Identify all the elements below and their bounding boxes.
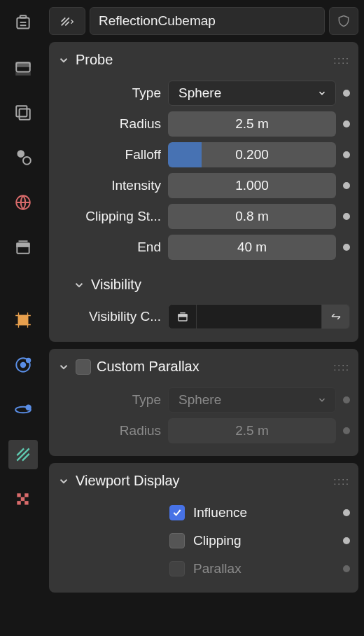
viewport-display-panel: Viewport Display :::: Influence Clipping… (49, 463, 358, 593)
svg-point-19 (26, 406, 31, 410)
anim-keyframe-dot (343, 396, 350, 403)
anim-keyframe-dot[interactable] (343, 213, 350, 220)
visibility-title: Visibility (91, 277, 141, 293)
probe-falloff-field[interactable]: 0.200 (168, 142, 336, 167)
probe-panel-title: Probe (76, 52, 328, 68)
probe-radius-field[interactable]: 2.5 m (168, 111, 336, 137)
svg-rect-1 (20, 15, 27, 18)
chevron-down-icon (57, 361, 70, 373)
datablock-name-input[interactable]: ReflectionCubemap (90, 7, 325, 35)
anim-keyframe-dot (343, 427, 350, 434)
svg-point-17 (27, 359, 30, 362)
anim-keyframe-dot[interactable] (343, 90, 350, 97)
svg-rect-26 (17, 501, 20, 504)
type-label: Type (49, 85, 161, 101)
custom-parallax-header[interactable]: Custom Parallax :::: (49, 356, 358, 385)
intensity-label: Intensity (49, 178, 161, 193)
probe-clip-start-field[interactable]: 0.8 m (168, 204, 336, 229)
tab-world[interactable] (8, 188, 38, 217)
anim-keyframe-dot[interactable] (343, 182, 350, 189)
datablock-type-menu[interactable] (49, 7, 85, 35)
anim-keyframe-dot[interactable] (343, 537, 350, 544)
fake-user-toggle[interactable] (329, 7, 358, 35)
chevron-down-icon (73, 279, 85, 291)
clipping-label: Clipping (193, 533, 335, 548)
tab-texture[interactable] (8, 485, 38, 514)
tab-physics[interactable] (8, 395, 38, 424)
svg-line-29 (62, 18, 66, 22)
falloff-label: Falloff (49, 147, 161, 163)
visibility-subpanel-header[interactable]: Visibility (49, 263, 358, 297)
probe-panel-header[interactable]: Probe :::: (49, 49, 358, 78)
chevron-down-icon (317, 395, 327, 405)
probe-intensity-field[interactable]: 1.000 (168, 173, 336, 198)
custom-parallax-title: Custom Parallax (97, 359, 328, 375)
influence-checkbox[interactable] (169, 505, 185, 520)
tab-object[interactable] (8, 305, 38, 335)
viewport-display-title: Viewport Display (76, 473, 328, 489)
svg-rect-25 (21, 497, 24, 501)
svg-rect-27 (24, 501, 28, 504)
drag-grip-icon[interactable]: :::: (333, 55, 350, 66)
drag-grip-icon[interactable]: :::: (333, 361, 350, 373)
svg-rect-24 (24, 493, 28, 497)
chevron-down-icon (317, 88, 327, 98)
anim-keyframe-dot[interactable] (343, 509, 350, 516)
custom-parallax-panel: Custom Parallax :::: Type Sphere Radius … (49, 349, 358, 456)
tab-render[interactable] (8, 8, 38, 38)
tab-collection[interactable] (8, 233, 38, 262)
svg-rect-23 (17, 493, 20, 497)
probe-clip-end-field[interactable]: 40 m (168, 235, 336, 260)
custom-parallax-checkbox[interactable] (76, 359, 91, 375)
anim-keyframe-dot (343, 565, 350, 572)
svg-point-16 (21, 363, 26, 368)
svg-line-30 (65, 22, 69, 25)
parallax-type-label: Type (49, 392, 161, 408)
tab-output[interactable] (8, 53, 38, 83)
chevron-down-icon (57, 54, 70, 67)
anim-keyframe-dot[interactable] (343, 244, 350, 251)
anim-keyframe-dot[interactable] (343, 151, 350, 158)
properties-main: ReflectionCubemap Probe :::: Type Sphere… (46, 0, 364, 636)
parallax-radius-field: 2.5 m (168, 418, 336, 443)
datablock-header: ReflectionCubemap (49, 7, 358, 35)
viewport-display-header[interactable]: Viewport Display :::: (49, 470, 358, 499)
collection-icon[interactable] (168, 304, 196, 329)
influence-label: Influence (193, 505, 335, 520)
visibility-collection-invert-button[interactable] (322, 304, 350, 329)
svg-rect-32 (178, 314, 187, 317)
clip-start-label: Clipping St... (49, 209, 161, 224)
parallax-checkbox (169, 561, 185, 576)
visibility-collection-label: Visibility C... (49, 309, 161, 324)
svg-rect-0 (17, 18, 29, 28)
tab-scene[interactable] (8, 143, 38, 172)
probe-panel: Probe :::: Type Sphere Radius 2.5 m Fall… (49, 42, 358, 342)
radius-label: Radius (49, 116, 161, 132)
parallax-radius-label: Radius (49, 423, 161, 438)
svg-point-9 (23, 157, 31, 165)
probe-type-select[interactable]: Sphere (168, 81, 336, 106)
clip-end-label: End (49, 240, 161, 255)
visibility-collection-input[interactable] (196, 304, 322, 329)
parallax-display-label: Parallax (193, 561, 335, 576)
svg-line-28 (62, 18, 69, 25)
clipping-checkbox[interactable] (169, 533, 185, 548)
tab-view-layer[interactable] (8, 98, 38, 127)
svg-rect-6 (16, 106, 27, 116)
drag-grip-icon[interactable]: :::: (333, 476, 350, 487)
parallax-type-select: Sphere (168, 387, 336, 413)
tab-object-data[interactable] (8, 440, 38, 469)
svg-rect-12 (17, 244, 29, 247)
chevron-down-icon (57, 475, 70, 488)
anim-keyframe-dot[interactable] (343, 120, 350, 127)
svg-rect-7 (20, 109, 30, 120)
property-tabs-sidebar (0, 0, 46, 636)
svg-rect-14 (19, 316, 28, 325)
svg-point-8 (18, 151, 24, 157)
svg-rect-5 (16, 62, 30, 66)
tab-modifier[interactable] (8, 350, 38, 380)
visibility-collection-field (168, 304, 350, 329)
